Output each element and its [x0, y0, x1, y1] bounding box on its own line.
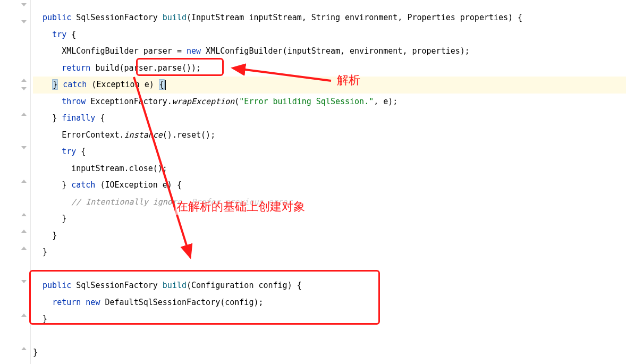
- fold-end-icon[interactable]: [21, 247, 27, 252]
- code-line[interactable]: } catch (IOException e) {: [33, 177, 626, 194]
- gutter: [0, 0, 31, 364]
- keyword: finally: [62, 113, 95, 123]
- blank-line[interactable]: [33, 261, 626, 278]
- method-name: build: [163, 13, 187, 22]
- method-call: instance: [124, 130, 163, 140]
- text: parser =: [139, 46, 187, 56]
- code-line[interactable]: throw ExceptionFactory.wrapException("Er…: [33, 94, 626, 111]
- code-line[interactable]: return build(parser.parse());: [33, 60, 626, 77]
- brace: }: [43, 314, 47, 324]
- type-name: XMLConfigBuilder: [62, 46, 139, 56]
- code-line[interactable]: }: [33, 244, 626, 261]
- text: , e);: [374, 97, 397, 106]
- params: (InputStream inputStream, String environ…: [187, 13, 522, 22]
- code-line[interactable]: try {: [33, 143, 626, 160]
- keyword: try: [62, 147, 76, 156]
- string-literal: "Error building SqlSession.": [239, 97, 374, 106]
- keyword: try: [52, 30, 66, 39]
- method-call: parser.parse(): [124, 63, 191, 73]
- params: (Configuration config) {: [187, 281, 302, 290]
- blank-line[interactable]: [33, 328, 626, 345]
- code-line[interactable]: return new DefaultSqlSessionFactory(conf…: [33, 294, 626, 311]
- code-line[interactable]: XMLConfigBuilder parser = new XMLConfigB…: [33, 43, 626, 60]
- text: XMLConfigBuilder(inputStream, environmen…: [201, 46, 470, 56]
- code-line[interactable]: // Intentionally ignore. Prefer previous…: [33, 194, 626, 211]
- code-line-highlighted[interactable]: } catch (Exception e) {: [33, 77, 626, 94]
- code-line[interactable]: try {: [33, 27, 626, 44]
- fold-end-icon[interactable]: [21, 230, 27, 235]
- code-editor[interactable]: public SqlSessionFactory build(InputStre…: [0, 0, 626, 364]
- params: (IOException e) {: [95, 180, 182, 190]
- keyword: catch: [71, 180, 95, 190]
- keyword: return: [62, 63, 90, 73]
- caret: [165, 80, 166, 90]
- keyword: new: [187, 46, 201, 56]
- keyword: return: [52, 298, 81, 307]
- text: inputStream.close();: [71, 164, 167, 173]
- brace-matched: }: [52, 79, 58, 90]
- fold-marker-icon[interactable]: [21, 87, 27, 92]
- code-line[interactable]: } finally {: [33, 110, 626, 127]
- code-line[interactable]: public SqlSessionFactory build(InputStre…: [33, 10, 626, 27]
- text: );: [191, 63, 201, 73]
- code-area[interactable]: public SqlSessionFactory build(InputStre…: [31, 0, 626, 364]
- type-name: SqlSessionFactory: [76, 13, 158, 22]
- brace: {: [66, 30, 76, 39]
- code-line[interactable]: }: [33, 344, 626, 361]
- brace: }: [52, 113, 57, 123]
- text: ().reset();: [163, 130, 215, 140]
- text: DefaultSqlSessionFactory(config);: [100, 298, 263, 307]
- method-name: build: [163, 281, 187, 290]
- keyword: public: [43, 13, 71, 22]
- code-line[interactable]: public SqlSessionFactory build(Configura…: [33, 277, 626, 294]
- params: (Exception e): [87, 80, 158, 89]
- method-call: wrapException: [172, 97, 234, 106]
- fold-end-icon[interactable]: [21, 180, 27, 185]
- text: ExceptionFactory.: [86, 97, 172, 106]
- keyword: new: [86, 298, 100, 307]
- brace: {: [76, 147, 86, 156]
- brace: }: [52, 231, 57, 240]
- code-line[interactable]: }: [33, 210, 626, 227]
- fold-marker-icon[interactable]: [21, 3, 27, 9]
- fold-marker-icon[interactable]: [21, 280, 27, 285]
- comment: // Intentionally ignore. Prefer previous…: [71, 197, 297, 207]
- fold-end-icon[interactable]: [21, 347, 27, 352]
- fold-marker-icon[interactable]: [21, 20, 27, 26]
- keyword: throw: [62, 97, 86, 106]
- brace: }: [43, 247, 47, 257]
- type-name: SqlSessionFactory: [76, 281, 158, 290]
- fold-end-icon[interactable]: [21, 213, 27, 218]
- code-line[interactable]: inputStream.close();: [33, 160, 626, 177]
- fold-marker-icon[interactable]: [21, 146, 27, 151]
- keyword: catch: [63, 80, 87, 89]
- brace: {: [95, 113, 105, 123]
- code-line[interactable]: }: [33, 311, 626, 328]
- text: build(: [90, 63, 124, 73]
- brace-matched: {: [159, 79, 165, 90]
- code-line[interactable]: ErrorContext.instance().reset();: [33, 127, 626, 144]
- fold-end-icon[interactable]: [21, 113, 27, 118]
- fold-end-icon[interactable]: [21, 79, 27, 84]
- brace: }: [33, 348, 38, 357]
- code-line[interactable]: }: [33, 227, 626, 244]
- brace: }: [62, 180, 66, 190]
- paren: (: [234, 97, 239, 106]
- text: ErrorContext.: [62, 130, 124, 140]
- keyword: public: [43, 281, 71, 290]
- fold-end-icon[interactable]: [21, 314, 27, 319]
- brace: }: [62, 214, 66, 223]
